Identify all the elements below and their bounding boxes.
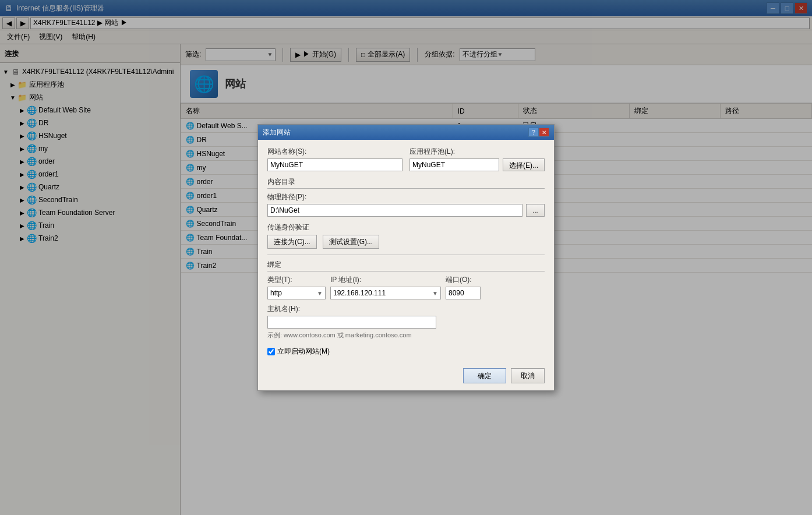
- modal-close-button[interactable]: ✕: [539, 128, 549, 137]
- modal-title-bar: 添加网站 ? ✕: [258, 125, 554, 140]
- content-dir-title: 内容目录: [267, 177, 545, 189]
- ok-button[interactable]: 确定: [463, 368, 506, 383]
- site-name-label: 网站名称(S):: [267, 147, 403, 157]
- port-col: 端口(O):: [446, 275, 481, 299]
- port-input[interactable]: [446, 287, 481, 299]
- auth-buttons-row: 连接为(C)... 测试设置(G)...: [267, 235, 545, 249]
- binding-row: 类型(T): http ▼ IP 地址(I): 192.168.120.111 …: [267, 275, 545, 299]
- start-site-label: 立即启动网站(M): [277, 347, 330, 357]
- app-pool-input[interactable]: [409, 158, 499, 171]
- add-site-modal: 添加网站 ? ✕ 网站名称(S): 应用程序池(L): 选择(E)...: [257, 124, 555, 391]
- type-dropdown[interactable]: http ▼: [267, 287, 326, 299]
- select-app-pool-button[interactable]: 选择(E)...: [503, 158, 545, 171]
- type-dropdown-arrow: ▼: [317, 290, 323, 297]
- site-name-apppool-row: 网站名称(S): 应用程序池(L): 选择(E)...: [267, 147, 545, 171]
- ip-dropdown-arrow: ▼: [432, 290, 438, 297]
- hostname-label: 主机名(H):: [267, 304, 545, 314]
- port-label: 端口(O):: [446, 275, 481, 285]
- hostname-input[interactable]: [267, 316, 436, 329]
- site-name-col: 网站名称(S):: [267, 147, 403, 171]
- modal-help-button[interactable]: ?: [528, 128, 539, 137]
- type-col: 类型(T): http ▼: [267, 275, 326, 299]
- site-name-input[interactable]: [267, 158, 403, 171]
- modal-footer: 确定 取消: [258, 364, 554, 390]
- ip-dropdown[interactable]: 192.168.120.111 ▼: [330, 287, 441, 299]
- ip-value: 192.168.120.111: [333, 289, 386, 297]
- cancel-button[interactable]: 取消: [511, 368, 545, 383]
- browse-button[interactable]: ...: [526, 204, 545, 217]
- physical-path-input[interactable]: [267, 204, 522, 217]
- start-site-checkbox[interactable]: [267, 348, 275, 355]
- test-settings-button[interactable]: 测试设置(G)...: [323, 235, 379, 249]
- modal-title: 添加网站: [263, 128, 528, 137]
- physical-path-row: ...: [267, 204, 545, 217]
- type-label: 类型(T):: [267, 275, 326, 285]
- physical-path-label: 物理路径(P):: [267, 192, 545, 202]
- ip-col: IP 地址(I): 192.168.120.111 ▼: [330, 275, 441, 299]
- app-pool-col: 应用程序池(L): 选择(E)...: [409, 147, 545, 171]
- passthrough-label: 传递身份验证: [267, 223, 545, 232]
- type-value: http: [270, 289, 282, 297]
- modal-content: 网站名称(S): 应用程序池(L): 选择(E)... 内容目录 物理路径(P)…: [258, 140, 554, 364]
- start-site-row: 立即启动网站(M): [267, 347, 545, 357]
- connect-as-button[interactable]: 连接为(C)...: [267, 235, 317, 249]
- ip-label: IP 地址(I):: [330, 275, 441, 285]
- modal-overlay: 添加网站 ? ✕ 网站名称(S): 应用程序池(L): 选择(E)...: [0, 0, 812, 515]
- binding-title: 绑定: [267, 260, 545, 271]
- app-pool-label: 应用程序池(L):: [409, 147, 545, 157]
- section-divider: [267, 255, 545, 255]
- example-text: 示例: www.contoso.com 或 marketing.contoso.…: [267, 331, 545, 340]
